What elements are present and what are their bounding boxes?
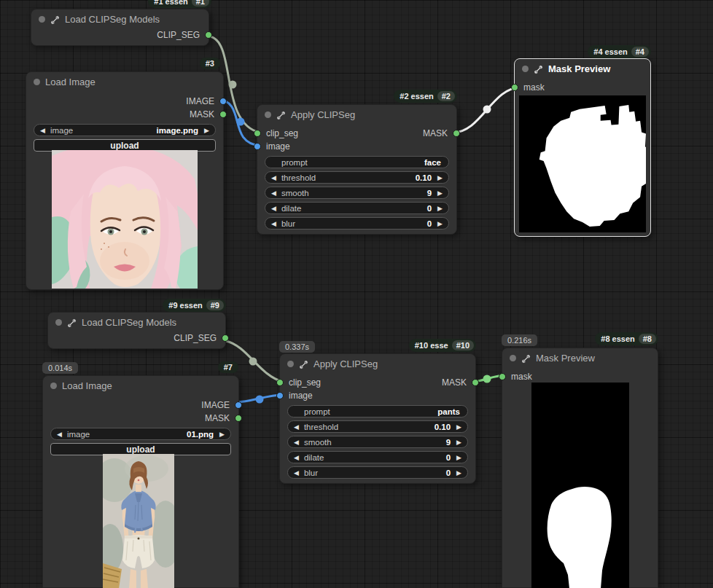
mask-preview-image — [531, 383, 629, 588]
input-dot-image[interactable] — [254, 143, 261, 150]
node-title: Apply CLIPSeg — [313, 358, 378, 369]
combo-right-arrow-icon[interactable]: ▶ — [219, 431, 225, 438]
loaded-image-preview — [103, 454, 174, 588]
widget-label: image — [50, 126, 73, 135]
input-dot-clip-seg[interactable] — [276, 379, 284, 386]
node-load-image-2[interactable]: Load Image IMAGE MASK ◀ image 01.png ▶ u… — [42, 375, 239, 588]
output-slot-clip-seg: CLIP_SEG — [48, 332, 225, 345]
input-dot-clip-seg[interactable] — [254, 130, 261, 137]
decrement-arrow-icon[interactable]: ◀ — [271, 205, 276, 212]
output-dot-mask[interactable] — [472, 379, 479, 386]
slot-label: MASK — [423, 128, 448, 138]
increment-arrow-icon[interactable]: ▶ — [456, 469, 461, 477]
node-load-image-1[interactable]: Load Image IMAGE MASK ◀ image image.png … — [26, 71, 224, 290]
input-dot-mask[interactable] — [499, 373, 506, 380]
wrench-icon — [50, 15, 60, 24]
combo-right-arrow-icon[interactable]: ▶ — [204, 127, 209, 134]
node-apply-clipseg-1[interactable]: Apply CLIPSeg clip_seg MASK image prompt… — [257, 104, 457, 235]
output-dot-image[interactable] — [235, 401, 242, 409]
widget-smooth[interactable]: ◀ smooth 9 ▶ — [287, 436, 468, 448]
collapse-dot[interactable] — [522, 66, 529, 72]
image-combo-widget[interactable]: ◀ image 01.png ▶ — [50, 428, 231, 440]
decrement-arrow-icon[interactable]: ◀ — [294, 423, 299, 431]
widget-threshold[interactable]: ◀ threshold 0.10 ▶ — [265, 171, 449, 184]
node-load-clipseg-models-2[interactable]: Load CLIPSeg Models CLIP_SEG — [47, 312, 226, 349]
widget-threshold[interactable]: ◀ threshold 0.10 ▶ — [287, 420, 468, 433]
decrement-arrow-icon[interactable]: ◀ — [271, 174, 276, 181]
decrement-arrow-icon[interactable]: ◀ — [294, 439, 299, 446]
node-mask-preview-1[interactable]: Mask Preview mask — [514, 58, 651, 237]
collapse-dot[interactable] — [50, 383, 57, 389]
node-title-bar[interactable]: Load CLIPSeg Models — [31, 9, 209, 28]
combo-left-arrow-icon[interactable]: ◀ — [40, 127, 45, 134]
slot-label: MASK — [190, 109, 214, 119]
increment-arrow-icon[interactable]: ▶ — [456, 423, 461, 431]
wrench-icon — [276, 110, 286, 119]
decrement-arrow-icon[interactable]: ◀ — [294, 454, 299, 461]
widget-blur[interactable]: ◀ blur 0 ▶ — [265, 217, 449, 230]
collapse-dot[interactable] — [287, 361, 294, 367]
collapse-dot[interactable] — [55, 319, 62, 326]
output-dot-clip-seg[interactable] — [205, 31, 212, 39]
widget-blur[interactable]: ◀ blur 0 ▶ — [287, 466, 468, 479]
output-dot-mask[interactable] — [453, 130, 460, 137]
widget-label: dilate — [304, 453, 324, 462]
badge-group-label: #10 esse — [411, 341, 452, 350]
node-apply-clipseg-2[interactable]: Apply CLIPSeg clip_seg MASK image prompt… — [279, 353, 476, 484]
node-title: Mask Preview — [536, 353, 595, 364]
input-dot-mask[interactable] — [511, 84, 518, 91]
node-title: Load CLIPSeg Models — [65, 14, 160, 25]
widget-value: 0.10 — [416, 173, 432, 182]
node-graph-canvas[interactable]: Load CLIPSeg Models CLIP_SEG Load Image … — [0, 0, 713, 588]
node-title-bar[interactable]: Apply CLIPSeg — [280, 354, 475, 373]
increment-arrow-icon[interactable]: ▶ — [437, 205, 443, 212]
node-title-bar[interactable]: Apply CLIPSeg — [257, 105, 456, 124]
slot-row-image: image — [280, 389, 475, 402]
collapse-dot[interactable] — [510, 355, 516, 361]
node-title-bar[interactable]: Load Image — [43, 376, 238, 395]
increment-arrow-icon[interactable]: ▶ — [456, 439, 461, 446]
node-title-bar[interactable]: Load Image — [26, 72, 223, 91]
widget-smooth[interactable]: ◀ smooth 9 ▶ — [265, 187, 449, 199]
increment-arrow-icon[interactable]: ▶ — [437, 220, 443, 227]
output-dot-mask[interactable] — [219, 111, 227, 118]
node-title-bar[interactable]: Load CLIPSeg Models — [48, 313, 225, 332]
slot-label: clip_seg — [266, 128, 298, 138]
widget-prompt[interactable]: prompt face — [265, 156, 449, 168]
badge-group-label: #2 essen — [396, 92, 437, 101]
node-id-badge-8: #8 essen #8 — [595, 332, 658, 345]
increment-arrow-icon[interactable]: ▶ — [456, 454, 461, 461]
slot-row-clipseg-mask: clip_seg MASK — [280, 376, 475, 389]
output-slot-mask: MASK — [26, 108, 223, 121]
decrement-arrow-icon[interactable]: ◀ — [294, 469, 299, 477]
image-combo-widget[interactable]: ◀ image image.png ▶ — [34, 124, 216, 136]
node-title-bar[interactable]: Mask Preview — [515, 59, 650, 78]
input-dot-image[interactable] — [276, 392, 284, 399]
increment-arrow-icon[interactable]: ▶ — [437, 189, 443, 197]
collapse-dot[interactable] — [39, 16, 45, 23]
collapse-dot[interactable] — [265, 111, 271, 118]
output-dot-mask[interactable] — [235, 415, 242, 422]
combo-left-arrow-icon[interactable]: ◀ — [57, 431, 62, 438]
node-load-clipseg-models-1[interactable]: Load CLIPSeg Models CLIP_SEG — [31, 9, 209, 46]
badge-id-label: #9 — [206, 300, 224, 310]
widget-value: 0 — [446, 453, 451, 462]
node-title-bar[interactable]: Mask Preview — [502, 348, 658, 367]
collapse-dot[interactable] — [34, 79, 40, 85]
widget-dilate[interactable]: ◀ dilate 0 ▶ — [265, 202, 449, 214]
widget-value: 01.png — [187, 430, 214, 439]
widget-label: blur — [304, 469, 318, 477]
output-dot-image[interactable] — [219, 98, 227, 105]
wrench-icon — [534, 64, 543, 74]
badge-id-label: #8 — [639, 334, 656, 344]
decrement-arrow-icon[interactable]: ◀ — [271, 189, 276, 197]
increment-arrow-icon[interactable]: ▶ — [437, 174, 443, 181]
widget-prompt[interactable]: prompt pants — [287, 405, 468, 418]
decrement-arrow-icon[interactable]: ◀ — [271, 220, 276, 227]
widget-value: 0 — [427, 204, 432, 213]
input-slot-mask: mask — [502, 370, 658, 383]
output-dot-clip-seg[interactable] — [222, 334, 229, 342]
node-mask-preview-2[interactable]: Mask Preview mask — [502, 348, 658, 588]
link-clipseg-2-dot — [249, 358, 257, 366]
widget-dilate[interactable]: ◀ dilate 0 ▶ — [287, 451, 468, 463]
